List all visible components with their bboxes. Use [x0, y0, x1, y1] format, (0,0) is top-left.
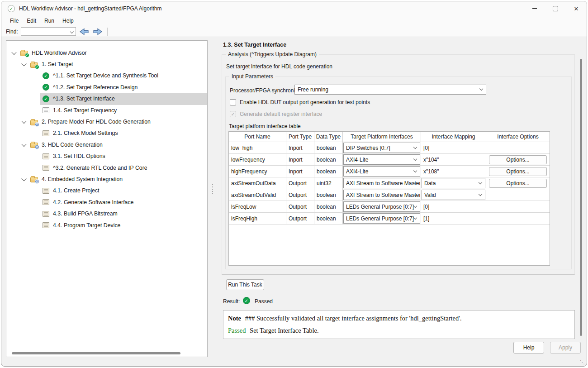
- interface-dropdown-value: AXI Stream to Software Master: [346, 192, 420, 198]
- mapping-dropdown[interactable]: Data: [422, 178, 485, 188]
- tree-item-3-2-generate-rtl-code[interactable]: ^3.2. Generate RTL Code and IP Core: [6, 162, 207, 173]
- horizontal-scrollbar-thumb[interactable]: [12, 352, 180, 354]
- tree-item-4-1-create-project[interactable]: 4.1. Create Project: [6, 185, 207, 196]
- column-header: Port Type: [286, 132, 314, 142]
- chevron-down-icon: [479, 180, 482, 184]
- passed-text: Set Target Interface Table.: [250, 327, 319, 334]
- menu-file[interactable]: File: [6, 18, 23, 24]
- find-previous-button[interactable]: [79, 28, 90, 36]
- interface-mapping-cell: x"104": [421, 154, 486, 165]
- hdl-workflow-advisor-window: HDL Workflow Advisor - hdl_gettingStarte…: [1, 1, 587, 367]
- menu-edit[interactable]: Edit: [23, 18, 40, 24]
- data-type-cell: boolean: [314, 154, 343, 165]
- interface-options-cell: [486, 189, 550, 201]
- passed-keyword: Passed: [228, 327, 246, 334]
- close-button[interactable]: [566, 1, 587, 16]
- resize-grip[interactable]: [580, 359, 585, 365]
- minimize-button[interactable]: [524, 1, 545, 16]
- folder-check-icon: [30, 62, 38, 68]
- interface-dropdown[interactable]: LEDs General Purpose [0:7]: [343, 213, 420, 224]
- menu-run[interactable]: Run: [40, 18, 58, 24]
- interface-dropdown-value: AXI Stream to Software Master: [346, 180, 420, 186]
- tree-item-2-1-check-model-settings[interactable]: 2.1. Check Model Settings: [6, 128, 207, 139]
- mapping-dropdown[interactable]: Valid: [422, 190, 485, 200]
- tree-item-3-1-set-hdl-options[interactable]: 3.1. Set HDL Options: [6, 151, 207, 162]
- tree-item-4-3-build-fpga-bitstream[interactable]: 4.3. Build FPGA Bitstream: [6, 208, 207, 219]
- interface-mapping-cell: Data: [421, 177, 486, 189]
- interface-cell: LEDs General Purpose [0:7]: [343, 213, 421, 224]
- interface-dropdown-value: DIP Switches [0:7]: [346, 145, 390, 151]
- chevron-down-icon: [413, 145, 417, 148]
- note-keyword: Note: [228, 315, 241, 322]
- vertical-scrollbar-thumb[interactable]: [580, 59, 582, 336]
- folder-gear-icon: [30, 120, 38, 125]
- folder-gear-icon: [30, 177, 38, 182]
- port-name-cell: axiStreamOutData: [229, 177, 286, 189]
- tree-item-hdl-code-generation[interactable]: 3. HDL Code Generation: [6, 139, 207, 150]
- panel-splitter-handle[interactable]: [211, 182, 214, 196]
- default-register-checkbox: [230, 111, 236, 117]
- tree-item-embedded-system-integration[interactable]: 4. Embedded System Integration: [6, 173, 207, 185]
- result-message-box: Note ### Successfully validated all targ…: [223, 310, 575, 339]
- chevron-down-icon: [413, 168, 417, 172]
- chevron-down-icon[interactable]: [21, 176, 26, 181]
- tree-item-4-4-program-target-device[interactable]: 4.4. Program Target Device: [6, 220, 207, 231]
- input-parameters-legend: Input Parameters: [229, 73, 275, 80]
- interface-dropdown[interactable]: AXI4-Lite: [343, 154, 420, 165]
- interface-cell: LEDs General Purpose [0:7]: [343, 201, 421, 212]
- interface-dropdown[interactable]: AXI Stream to Software Master: [343, 178, 420, 188]
- options-button[interactable]: Options...: [489, 179, 547, 188]
- port-name-cell: lowFrequency: [229, 154, 286, 165]
- tree-item-hdl-workflow-advisor[interactable]: HDL Workflow Advisor: [6, 47, 207, 58]
- interface-dropdown[interactable]: LEDs General Purpose [0:7]: [343, 201, 420, 212]
- chevron-down-icon[interactable]: [21, 119, 26, 124]
- interface-dropdown-value: LEDs General Purpose [0:7]: [346, 215, 414, 222]
- tree-item-1-4-set-target-frequency[interactable]: 1.4. Set Target Frequency: [6, 105, 207, 116]
- chevron-down-icon[interactable]: [21, 142, 26, 147]
- tree-item-prepare-model[interactable]: 2. Prepare Model For HDL Code Generation: [6, 116, 207, 127]
- interface-cell: AXI Stream to Software Master: [343, 177, 421, 189]
- chevron-down-icon: [479, 87, 483, 91]
- table-row: low_high Inport boolean DIP Switches [0:…: [229, 142, 550, 154]
- sync-dropdown-value: Free running: [298, 86, 328, 93]
- interface-dropdown[interactable]: DIP Switches [0:7]: [343, 143, 420, 153]
- port-name-cell: axiStreamOutValid: [229, 189, 286, 201]
- chevron-down-icon[interactable]: [11, 50, 16, 55]
- result-value: Passed: [255, 298, 273, 305]
- options-button[interactable]: Options...: [489, 155, 547, 164]
- interface-options-cell: [486, 213, 550, 224]
- port-type-cell: Inport: [286, 142, 314, 153]
- find-next-button[interactable]: [92, 28, 103, 36]
- default-register-checkbox-row: Generate default register interface: [230, 111, 322, 117]
- tree-item-1-3-set-target-interface[interactable]: ^1.3. Set Target Interface: [6, 93, 207, 105]
- interface-dropdown[interactable]: AXI Stream to Software Master: [343, 190, 420, 200]
- tree-item-4-2-generate-software-interface[interactable]: 4.2. Generate Software Interface: [6, 196, 207, 208]
- sync-dropdown[interactable]: Free running: [294, 85, 486, 95]
- chevron-down-icon: [479, 192, 482, 196]
- interface-options-cell: Options...: [486, 154, 550, 165]
- tree-item-1-2-set-target-reference-design[interactable]: ^1.2. Set Target Reference Design: [6, 81, 207, 93]
- find-input[interactable]: [21, 29, 76, 36]
- folder-check-icon: [20, 51, 28, 56]
- tree-item-1-1-set-target-device[interactable]: ^1.1. Set Target Device and Synthesis To…: [6, 70, 207, 81]
- interface-dropdown[interactable]: AXI4-Lite: [343, 166, 420, 177]
- tree-item-label: 1. Set Target: [42, 61, 73, 67]
- interface-cell: DIP Switches [0:7]: [343, 142, 421, 153]
- data-type-cell: boolean: [314, 189, 343, 201]
- test-points-checkbox-label: Enable HDL DUT output port generation fo…: [240, 99, 370, 105]
- arrow-right-icon: [93, 28, 103, 35]
- help-button[interactable]: Help: [513, 342, 544, 354]
- test-points-checkbox[interactable]: [230, 99, 236, 105]
- find-combobox[interactable]: [21, 27, 76, 36]
- tree-item-set-target[interactable]: 1. Set Target: [6, 58, 207, 70]
- options-button[interactable]: Options...: [489, 167, 547, 176]
- port-type-cell: Outport: [286, 201, 314, 212]
- run-this-task-button[interactable]: Run This Task: [226, 279, 264, 290]
- chevron-down-icon[interactable]: [21, 61, 26, 66]
- port-type-cell: Outport: [286, 213, 314, 224]
- column-header: Target Platform Interfaces: [343, 132, 421, 142]
- menu-help[interactable]: Help: [58, 18, 78, 24]
- find-label: Find:: [6, 29, 18, 35]
- maximize-button[interactable]: [545, 1, 566, 16]
- task-title: 1.3. Set Target Interface: [223, 42, 286, 48]
